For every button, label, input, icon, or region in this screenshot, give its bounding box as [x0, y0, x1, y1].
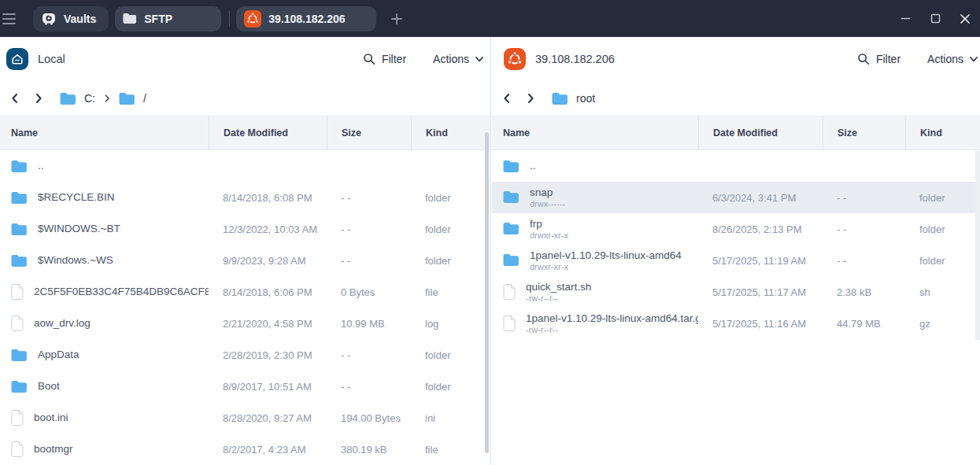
file-icon: [11, 441, 24, 457]
size-cell: - -: [327, 223, 411, 235]
file-name: 1panel-v1.10.29-lts-linux-amd64.tar.gz: [526, 312, 698, 324]
column-header-date-modified[interactable]: Date Modified: [698, 116, 823, 149]
column-header-name[interactable]: Name: [492, 116, 698, 149]
date-modified-cell: 12/3/2022, 10:03 AM: [209, 223, 327, 235]
name-cell: $WINDOWS.~BT: [0, 223, 209, 236]
table-row[interactable]: quick_start.sh-rw-r--r--5/17/2025, 11:17…: [492, 276, 980, 308]
kind-cell: log: [411, 318, 490, 330]
column-header-size[interactable]: Size: [327, 116, 411, 149]
search-icon: [857, 53, 870, 65]
back-icon[interactable]: [495, 87, 519, 110]
menu-icon[interactable]: [0, 0, 27, 37]
table-header: Name Date Modified Size Kind: [0, 116, 490, 150]
tab-sftp[interactable]: SFTP: [115, 6, 221, 31]
table-row[interactable]: $RECYCLE.BIN8/14/2018, 6:08 PM- -folder: [0, 182, 490, 213]
name-cell: AppData: [0, 349, 209, 362]
kind-cell: folder: [411, 223, 490, 235]
date-modified-cell: 8/14/2018, 6:06 PM: [209, 286, 327, 298]
folder-icon: [11, 254, 28, 268]
table-row[interactable]: 1panel-v1.10.29-lts-linux-amd64drwxr-xr-…: [492, 245, 980, 276]
breadcrumb-segment[interactable]: root: [552, 92, 595, 105]
table-row[interactable]: $Windows.~WS9/9/2023, 9:28 AM- -folder: [0, 245, 490, 276]
file-name: aow_drv.log: [34, 317, 91, 329]
table-row[interactable]: $WINDOWS.~BT12/3/2022, 10:03 AM- -folder: [0, 213, 490, 245]
vertical-scrollbar[interactable]: [485, 132, 489, 453]
table-row[interactable]: Boot8/9/2017, 10:51 AM- -folder: [0, 371, 490, 402]
column-header-kind[interactable]: Kind: [411, 116, 490, 149]
column-header-name[interactable]: Name: [0, 116, 209, 149]
file-permissions: drwxr-xr-x: [530, 231, 568, 240]
table-row[interactable]: snapdrwx------6/3/2024, 3:41 PM- -folder: [492, 182, 980, 213]
table-row[interactable]: frpdrwxr-xr-x8/26/2025, 2:13 PM- -folder: [492, 213, 980, 245]
file-list: ..snapdrwx------6/3/2024, 3:41 PM- -fold…: [492, 150, 980, 339]
filter-label: Filter: [876, 53, 900, 65]
remote-breadcrumb: root: [492, 81, 980, 116]
size-cell: - -: [823, 255, 905, 267]
file-name: Boot: [38, 380, 60, 392]
chevron-down-icon: [969, 54, 978, 64]
name-cell: $Windows.~WS: [0, 254, 209, 268]
remote-file-panel: 39.108.182.206 Filter Actions root Name …: [492, 37, 980, 465]
filter-button[interactable]: Filter: [363, 53, 406, 65]
column-header-kind[interactable]: Kind: [905, 116, 980, 149]
date-modified-cell: 2/21/2020, 4:58 PM: [209, 318, 327, 330]
file-icon: [11, 410, 24, 426]
table-row[interactable]: 2C5F5F0EB33C4F75B4DB9C6ACF8C...8/14/2018…: [0, 276, 490, 308]
file-name: ..: [38, 160, 44, 172]
search-icon: [363, 53, 375, 65]
breadcrumb-label: /: [143, 92, 146, 105]
maximize-button[interactable]: [920, 0, 950, 37]
ubuntu-icon: [504, 48, 526, 70]
local-panel-header: Local Filter Actions: [0, 37, 490, 81]
folder-icon: [552, 92, 568, 105]
table-row[interactable]: aow_drv.log2/21/2020, 4:58 PM10.99 MBlog: [0, 308, 490, 339]
table-row[interactable]: 1panel-v1.10.29-lts-linux-amd64.tar.gz-r…: [492, 308, 980, 339]
file-name: 2C5F5F0EB33C4F75B4DB9C6ACF8C...: [34, 286, 209, 297]
actions-button[interactable]: Actions: [433, 53, 484, 65]
vertical-scrollbar-track[interactable]: [975, 151, 980, 340]
local-file-panel: Local Filter Actions C:/ Name Date Modif…: [0, 37, 491, 465]
back-icon[interactable]: [3, 87, 27, 110]
tab-vaults[interactable]: Vaults: [33, 6, 109, 31]
forward-icon[interactable]: [27, 87, 50, 110]
folder-icon: [503, 160, 520, 173]
table-row[interactable]: bootmgr8/2/2017, 4:23 AM380.19 kBfile: [0, 434, 490, 465]
close-button[interactable]: [950, 0, 980, 37]
size-cell: 44.79 MB: [823, 318, 905, 330]
table-row[interactable]: boot.ini8/28/2020, 9:27 AM194.00 Bytesin…: [0, 402, 490, 434]
size-cell: - -: [327, 192, 411, 204]
date-modified-cell: 8/2/2017, 4:23 AM: [209, 444, 327, 456]
vault-icon: [41, 11, 57, 27]
minimize-button[interactable]: [890, 0, 920, 37]
file-permissions: -rw-r--r--: [526, 325, 698, 334]
kind-cell: sh: [905, 286, 980, 298]
kind-cell: folder: [905, 192, 980, 204]
folder-icon: [11, 160, 28, 173]
actions-button[interactable]: Actions: [927, 53, 978, 65]
column-header-date-modified[interactable]: Date Modified: [209, 116, 327, 149]
kind-cell: folder: [905, 255, 980, 267]
chevron-right-icon: [103, 94, 111, 102]
breadcrumb-segment[interactable]: /: [119, 92, 146, 105]
new-tab-button[interactable]: [386, 8, 408, 30]
file-icon: [11, 284, 24, 300]
column-header-size[interactable]: Size: [823, 116, 905, 149]
tab-connection-active[interactable]: 39.108.182.206: [236, 6, 376, 31]
breadcrumb-segment[interactable]: C:: [60, 92, 95, 105]
forward-icon[interactable]: [519, 87, 542, 110]
size-cell: 2.38 kB: [823, 286, 905, 298]
file-icon: [11, 316, 24, 331]
kind-cell: folder: [411, 255, 490, 267]
size-cell: - -: [327, 255, 411, 267]
kind-cell: ini: [411, 412, 490, 424]
date-modified-cell: 9/9/2023, 9:28 AM: [209, 255, 327, 267]
titlebar: Vaults SFTP 39.108.182.206: [0, 0, 980, 37]
filter-button[interactable]: Filter: [857, 53, 900, 65]
table-row[interactable]: ..: [0, 150, 490, 182]
date-modified-cell: 2/28/2019, 2:30 PM: [209, 349, 327, 361]
table-row[interactable]: AppData2/28/2019, 2:30 PM- -folder: [0, 339, 490, 371]
table-row[interactable]: ..: [492, 150, 980, 182]
name-cell: 2C5F5F0EB33C4F75B4DB9C6ACF8C...: [0, 284, 209, 300]
date-modified-cell: 8/14/2018, 6:08 PM: [209, 192, 327, 204]
folder-icon: [503, 222, 520, 235]
